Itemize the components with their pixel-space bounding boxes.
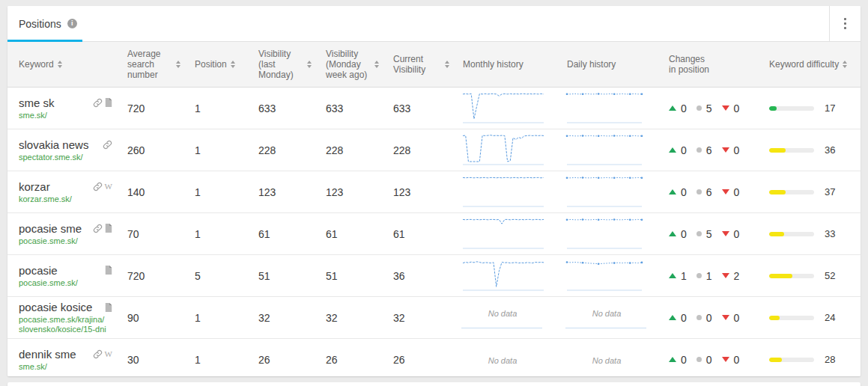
column-header: Daily history [559, 42, 661, 87]
difficulty-bar-fill [769, 190, 786, 194]
sort-icon[interactable] [843, 61, 847, 68]
position-cell: 1 [187, 227, 251, 241]
keyword-url: korzar.sme.sk/ [19, 194, 120, 204]
difficulty-bar [769, 106, 814, 111]
column-header-label: Visibility (Monday week ago) [326, 49, 371, 80]
keyword-difficulty-cell: 28 [762, 354, 861, 365]
position-down-icon [722, 147, 729, 153]
position-same-icon [696, 189, 702, 194]
daily-history-sparkline [565, 257, 643, 292]
sort-icon[interactable] [176, 61, 180, 68]
current-visibility-cell: 32 [386, 311, 455, 325]
changes-cell: 0 5 0 [661, 228, 762, 240]
kebab-menu-button[interactable] [829, 6, 861, 41]
position-up-count: 0 [681, 228, 687, 240]
column-header-label: Keyword [19, 59, 54, 70]
visibility-week-ago-cell: 26 [318, 353, 386, 367]
sort-icon[interactable] [445, 61, 449, 68]
keyword-icons: W [90, 349, 112, 359]
link-icon[interactable] [93, 182, 103, 192]
column-header: Visibility (Monday week ago) [318, 42, 386, 87]
info-icon[interactable]: i [67, 19, 77, 28]
sort-icon[interactable] [374, 61, 379, 68]
table-row[interactable]: pocasie kosice pocasie.sme.sk/krajina/sl… [7, 296, 861, 338]
table-row[interactable]: sme sk sme.sk/ 720 1 633 633 633 0 5 0 1… [7, 88, 861, 129]
difficulty-bar-fill [769, 106, 777, 111]
link-icon[interactable] [103, 140, 112, 150]
column-header-label: Changes in position [669, 54, 714, 75]
keyword-icons [100, 140, 112, 150]
visibility-last-monday-value: 633 [258, 102, 276, 114]
column-header: Keyword [7, 42, 120, 87]
position-same-count: 5 [706, 228, 712, 240]
avg-search-cell: 720 [120, 269, 187, 283]
link-icon[interactable] [93, 98, 103, 108]
link-icon[interactable] [93, 224, 103, 233]
position-up-count: 0 [681, 144, 687, 156]
keyword-difficulty-cell: 36 [762, 144, 861, 156]
position-up-icon [669, 273, 676, 278]
page-icon[interactable] [105, 266, 112, 275]
sort-icon[interactable] [231, 61, 235, 68]
wikipedia-icon[interactable]: W [105, 350, 112, 358]
table-row[interactable]: dennik sme W sme.sk/ 30 1 26 26 26 No da… [7, 338, 861, 376]
difficulty-value: 28 [825, 354, 835, 365]
position-cell: 5 [187, 269, 251, 283]
keyword-label: pocasie kosice [19, 301, 92, 313]
current-visibility-cell: 228 [386, 144, 455, 157]
visibility-last-monday-value: 26 [258, 354, 270, 366]
difficulty-bar-fill [769, 274, 792, 278]
avg-search-cell: 70 [120, 227, 187, 241]
keyword-label: korzar [19, 180, 50, 193]
keyword-label: pocasie [19, 264, 58, 277]
link-icon[interactable] [93, 349, 103, 359]
current-visibility-value: 123 [393, 186, 410, 198]
visibility-week-ago-value: 51 [326, 270, 338, 282]
avg-search-cell: 260 [120, 144, 187, 157]
daily-history-cell: No data [559, 307, 661, 328]
tab-positions-label: Positions [19, 18, 61, 30]
position-down-count: 0 [734, 102, 740, 114]
keyword-label: dennik sme [19, 348, 76, 361]
position-up-icon [669, 105, 676, 111]
column-header: Average search number [120, 42, 187, 87]
tab-positions[interactable]: Positions i [19, 18, 77, 30]
current-visibility-value: 61 [393, 228, 405, 240]
column-header-label: Keyword difficulty [769, 59, 839, 70]
keyword-url: pocasie.sme.sk/krajina/slovensko/kosice/… [19, 315, 120, 334]
keyword-cell: pocasie sme pocasie.sme.sk/ [7, 222, 120, 246]
page-icon[interactable] [105, 224, 112, 233]
keyword-cell: pocasie kosice pocasie.sme.sk/krajina/sl… [7, 301, 120, 334]
wikipedia-icon[interactable]: W [105, 183, 112, 191]
keyword-url: spectator.sme.sk/ [19, 153, 120, 162]
table-header-row: Keyword Average search number Position V… [7, 42, 861, 88]
page-icon[interactable] [105, 303, 112, 312]
daily-history-cell [559, 174, 661, 211]
page-icon[interactable] [105, 98, 112, 107]
position-same-icon [696, 315, 702, 320]
table-row[interactable]: pocasie pocasie.sme.sk/ 720 5 51 51 36 1… [7, 254, 861, 296]
sort-icon[interactable] [307, 61, 312, 68]
position-value: 1 [195, 102, 201, 114]
position-value: 1 [195, 144, 201, 156]
column-header-label: Average search number [127, 49, 172, 80]
sort-icon[interactable] [58, 61, 62, 68]
position-same-icon [696, 105, 702, 111]
keyword-difficulty-cell: 24 [762, 312, 861, 323]
monthly-history-cell [455, 257, 559, 295]
no-data-label: No data [461, 309, 544, 318]
difficulty-value: 33 [825, 228, 835, 239]
keyword-url: sme.sk/ [19, 111, 120, 120]
table-row[interactable]: pocasie sme pocasie.sme.sk/ 70 1 61 61 6… [7, 212, 861, 254]
daily-history-sparkline [565, 215, 643, 250]
avg-search-value: 90 [127, 312, 139, 324]
position-up-count: 0 [681, 312, 687, 324]
column-header-label: Current Visibility [393, 54, 441, 75]
daily-history-cell [559, 132, 661, 169]
keyword-url: sme.sk/ [19, 362, 120, 372]
table-row[interactable]: slovakia news spectator.sme.sk/ 260 1 22… [7, 129, 861, 171]
column-header-label: Daily history [567, 59, 616, 70]
position-same-icon [696, 147, 702, 153]
table-row[interactable]: korzar W korzar.sme.sk/ 140 1 123 123 12… [7, 171, 861, 212]
column-header: Keyword difficulty [762, 42, 861, 87]
